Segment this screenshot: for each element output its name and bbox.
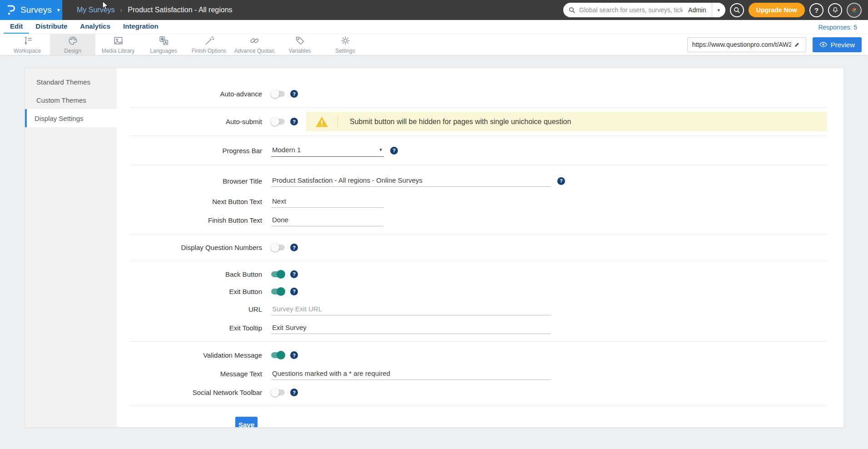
display-question-numbers-toggle[interactable]: [271, 244, 285, 250]
toolbar-item-media-library[interactable]: Media Library: [95, 34, 141, 55]
exit-button-toggle[interactable]: [271, 289, 285, 294]
browser-title-row: Browser Title ?: [117, 170, 843, 192]
section-divider: [130, 107, 827, 108]
survey-url-box: https://www.questionpro.com/t/AW22ZiOP: [687, 37, 806, 52]
toolbar-item-label: Finish Options: [192, 48, 227, 54]
breadcrumb: My Surveys › Product Satisfaction - All …: [77, 6, 233, 14]
brand-caret-down-icon: ▾: [57, 7, 60, 13]
exit-url-label: URL: [117, 305, 262, 313]
toolbar-item-label: Advance Quotas: [234, 48, 275, 54]
tab-distribute[interactable]: Distribute: [29, 20, 74, 34]
back-button-row: Back Button ?: [117, 265, 843, 283]
browser-title-input[interactable]: [271, 175, 551, 187]
survey-module-nav: Edit Distribute Analytics Integration Re…: [0, 20, 868, 34]
edit-url-pencil-icon[interactable]: [791, 39, 803, 50]
toolbar-item-variables[interactable]: Variables: [277, 34, 322, 55]
notifications-button[interactable]: [828, 3, 842, 17]
breadcrumb-separator: ›: [120, 6, 123, 14]
user-avatar[interactable]: [847, 3, 862, 18]
finish-button-text-row: Finish Button Text: [117, 211, 843, 229]
preview-button-label: Preview: [831, 41, 855, 49]
validation-message-label: Validation Message: [117, 351, 262, 359]
search-submit-button[interactable]: [730, 3, 744, 17]
breadcrumb-current-survey: Product Satisfaction - All regions: [128, 6, 232, 14]
next-button-text-row: Next Button Text: [117, 192, 843, 211]
message-text-label: Message Text: [117, 370, 262, 378]
warning-message-text: Submit button will be hidden for pages w…: [338, 118, 571, 126]
sidebar-item-custom-themes[interactable]: Custom Themes: [25, 91, 117, 109]
upgrade-now-button[interactable]: Upgrade Now: [749, 3, 805, 17]
auto-submit-warning: Submit button will be hidden for pages w…: [306, 112, 827, 131]
save-button[interactable]: Save: [235, 417, 258, 427]
section-divider: [130, 165, 827, 165]
browser-title-label: Browser Title: [117, 177, 262, 185]
variables-icon: [294, 35, 306, 46]
validation-message-help-icon[interactable]: ?: [290, 351, 298, 359]
exit-button-row: Exit Button ?: [117, 283, 843, 300]
back-button-toggle[interactable]: [271, 271, 285, 277]
exit-tooltip-input[interactable]: [271, 322, 551, 334]
toolbar-item-settings[interactable]: Settings: [322, 34, 368, 55]
back-button-help-icon[interactable]: ?: [290, 270, 298, 278]
finish-options-icon: [203, 35, 215, 46]
preview-button[interactable]: Preview: [813, 37, 862, 52]
toolbar-right: https://www.questionpro.com/t/AW22ZiOP P…: [687, 34, 868, 55]
browser-title-help-icon[interactable]: ?: [557, 177, 565, 185]
breadcrumb-my-surveys-link[interactable]: My Surveys: [77, 6, 115, 14]
design-sidebar: Standard Themes Custom Themes Display Se…: [25, 68, 117, 427]
exit-tooltip-label: Exit Tooltip: [117, 324, 262, 332]
sidebar-item-standard-themes[interactable]: Standard Themes: [25, 73, 117, 91]
next-button-text-input[interactable]: [271, 196, 384, 208]
toolbar-item-finish-options[interactable]: Finish Options: [186, 34, 232, 55]
auto-advance-toggle[interactable]: [271, 91, 285, 97]
auto-advance-row: Auto-advance ?: [117, 85, 843, 103]
advance-quotas-icon: [249, 35, 260, 46]
auto-submit-label: Auto-submit: [117, 118, 262, 125]
auto-advance-label: Auto-advance: [117, 90, 262, 98]
sidebar-item-display-settings[interactable]: Display Settings: [25, 109, 117, 127]
global-search-input[interactable]: [579, 6, 683, 14]
section-divider: [130, 341, 827, 342]
toolbar-item-workspace[interactable]: Workspace: [5, 34, 50, 55]
search-scope-label: Admin: [683, 6, 712, 14]
global-search: Admin ▾: [563, 3, 725, 17]
message-text-row: Message Text: [117, 364, 843, 383]
toolbar-item-design[interactable]: Design: [50, 34, 95, 55]
finish-button-text-label: Finish Button Text: [117, 216, 262, 224]
auto-submit-help-icon[interactable]: ?: [290, 118, 298, 125]
progress-bar-select[interactable]: Modern 1 ▾: [271, 145, 384, 157]
social-network-toolbar-toggle[interactable]: [271, 389, 285, 395]
media-library-icon: [113, 35, 124, 46]
display-question-numbers-row: Display Question Numbers ?: [117, 238, 843, 257]
exit-url-input[interactable]: [271, 304, 551, 315]
finish-button-text-input[interactable]: [271, 215, 384, 226]
progress-bar-selected-value: Modern 1: [272, 146, 301, 154]
questionpro-brand-menu[interactable]: Surveys ▾: [0, 0, 62, 20]
exit-button-help-icon[interactable]: ?: [290, 288, 298, 295]
tab-integration[interactable]: Integration: [117, 20, 165, 34]
exit-url-row: URL: [117, 300, 843, 319]
validation-message-row: Validation Message ?: [117, 346, 843, 364]
toolbar-item-advance-quotas[interactable]: Advance Quotas: [232, 34, 277, 55]
responses-count[interactable]: Responses: 5: [811, 24, 864, 34]
search-scope-caret-down-icon[interactable]: ▾: [712, 3, 725, 17]
exit-button-label: Exit Button: [117, 288, 262, 295]
progress-bar-help-icon[interactable]: ?: [390, 147, 398, 155]
toolbar-item-label: Languages: [150, 48, 177, 54]
validation-message-toggle[interactable]: [271, 352, 285, 358]
progress-bar-row: Progress Bar Modern 1 ▾ ?: [117, 140, 843, 161]
auto-submit-toggle[interactable]: [271, 119, 285, 125]
help-button[interactable]: ?: [809, 3, 823, 17]
tab-analytics[interactable]: Analytics: [74, 20, 117, 34]
auto-advance-help-icon[interactable]: ?: [290, 90, 298, 98]
display-question-numbers-help-icon[interactable]: ?: [290, 244, 298, 251]
toolbar-item-label: Settings: [335, 48, 355, 54]
tab-edit[interactable]: Edit: [4, 20, 29, 34]
display-question-numbers-label: Display Question Numbers: [117, 244, 262, 251]
social-network-toolbar-help-icon[interactable]: ?: [290, 389, 298, 396]
select-caret-down-icon: ▾: [379, 147, 382, 153]
toolbar-item-languages[interactable]: Languages: [141, 34, 186, 55]
section-divider: [130, 234, 827, 234]
message-text-input[interactable]: [271, 368, 551, 380]
section-divider: [130, 261, 827, 261]
